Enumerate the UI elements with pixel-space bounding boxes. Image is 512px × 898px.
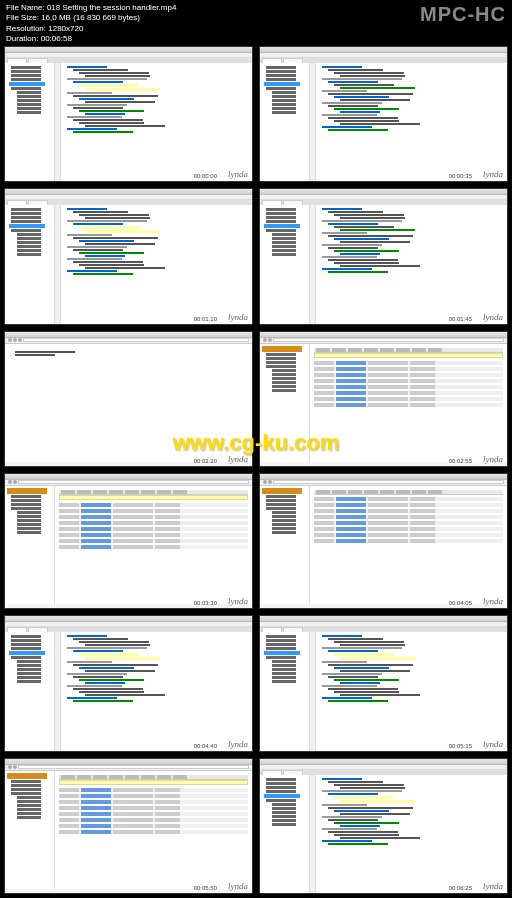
tree-item[interactable] (17, 245, 41, 248)
db-tree-item[interactable] (272, 519, 296, 522)
tree-item[interactable] (272, 249, 296, 252)
table-cell[interactable] (336, 403, 366, 407)
tree-item[interactable] (9, 224, 45, 228)
tree-item[interactable] (266, 208, 296, 211)
table-row[interactable] (314, 385, 503, 389)
table-row[interactable] (59, 545, 248, 549)
tree-item[interactable] (17, 111, 41, 114)
db-tree-item[interactable] (266, 365, 296, 368)
db-tree-item[interactable] (11, 788, 41, 791)
table-row[interactable] (314, 373, 503, 377)
tree-item[interactable] (17, 253, 41, 256)
table-row[interactable] (59, 539, 248, 543)
table-row[interactable] (314, 403, 503, 407)
table-cell[interactable] (81, 818, 111, 822)
pma-tab[interactable] (109, 775, 123, 779)
table-row[interactable] (59, 503, 248, 507)
tree-item[interactable] (266, 643, 296, 646)
tree-item[interactable] (11, 635, 41, 638)
thumbnail[interactable]: 00:02:20lynda (4, 331, 253, 467)
pma-tab[interactable] (109, 490, 123, 494)
db-tree-item[interactable] (11, 792, 41, 795)
table-cell[interactable] (81, 830, 111, 834)
thumbnail[interactable]: 00:01:45lynda (259, 188, 508, 324)
thumbnail[interactable]: 00:00:00lynda (4, 46, 253, 182)
pma-tab[interactable] (157, 490, 171, 494)
db-tree-item[interactable] (272, 531, 296, 534)
pma-sidebar[interactable] (5, 486, 55, 604)
tree-item[interactable] (272, 672, 296, 675)
reload-icon[interactable] (18, 338, 22, 342)
tree-item[interactable] (17, 233, 41, 236)
db-tree-item[interactable] (17, 515, 41, 518)
table-row[interactable] (59, 533, 248, 537)
thumbnail[interactable]: 00:04:05lynda (259, 473, 508, 609)
db-tree-item[interactable] (17, 808, 41, 811)
tree-item[interactable] (272, 237, 296, 240)
table-row[interactable] (314, 533, 503, 537)
db-tree-item[interactable] (17, 800, 41, 803)
db-tree-item[interactable] (11, 784, 41, 787)
code-editor[interactable] (55, 632, 252, 750)
pma-tab[interactable] (77, 775, 91, 779)
table-row[interactable] (59, 788, 248, 792)
pma-tab[interactable] (125, 490, 139, 494)
pma-tabs[interactable] (314, 490, 503, 495)
tree-item[interactable] (11, 70, 41, 73)
pma-tab[interactable] (125, 775, 139, 779)
db-tree-item[interactable] (266, 361, 296, 364)
back-icon[interactable] (8, 765, 12, 769)
pma-tab[interactable] (364, 490, 378, 494)
tree-item[interactable] (266, 74, 296, 77)
pma-tab[interactable] (364, 348, 378, 352)
table-row[interactable] (59, 509, 248, 513)
tree-item[interactable] (272, 111, 296, 114)
tree-item[interactable] (266, 212, 296, 215)
pma-tab[interactable] (396, 490, 410, 494)
tree-item[interactable] (17, 99, 41, 102)
thumbnail[interactable]: 00:00:35lynda (259, 46, 508, 182)
tree-item[interactable] (272, 660, 296, 663)
code-editor[interactable] (55, 63, 252, 181)
tree-item[interactable] (264, 82, 300, 86)
pma-tab[interactable] (348, 348, 362, 352)
table-row[interactable] (314, 539, 503, 543)
pma-tab[interactable] (61, 775, 75, 779)
db-tree-item[interactable] (266, 503, 296, 506)
db-tree-item[interactable] (17, 523, 41, 526)
table-cell[interactable] (336, 539, 366, 543)
table-row[interactable] (314, 521, 503, 525)
table-row[interactable] (314, 361, 503, 365)
db-tree-item[interactable] (272, 381, 296, 384)
table-cell[interactable] (81, 800, 111, 804)
pma-tab[interactable] (141, 490, 155, 494)
tree-item[interactable] (272, 811, 296, 814)
db-tree-item[interactable] (272, 515, 296, 518)
tree-item[interactable] (266, 790, 296, 793)
pma-tab[interactable] (428, 348, 442, 352)
tree-item[interactable] (11, 74, 41, 77)
tree-item[interactable] (266, 66, 296, 69)
file-tree[interactable] (260, 63, 310, 181)
pma-tab[interactable] (316, 490, 330, 494)
db-tree-item[interactable] (266, 357, 296, 360)
db-tree-item[interactable] (272, 511, 296, 514)
db-tree-item[interactable] (17, 519, 41, 522)
thumbnail[interactable]: 00:06:25lynda (259, 758, 508, 894)
forward-icon[interactable] (268, 480, 272, 484)
tree-item[interactable] (272, 676, 296, 679)
tree-item[interactable] (11, 229, 41, 232)
thumbnail[interactable]: 00:01:10lynda (4, 188, 253, 324)
tree-item[interactable] (272, 803, 296, 806)
db-tree-item[interactable] (272, 369, 296, 372)
table-cell[interactable] (336, 385, 366, 389)
table-cell[interactable] (81, 806, 111, 810)
table-row[interactable] (59, 800, 248, 804)
db-tree-item[interactable] (272, 385, 296, 388)
db-tree-item[interactable] (11, 503, 41, 506)
code-editor[interactable] (310, 775, 507, 893)
file-tree[interactable] (260, 632, 310, 750)
tree-item[interactable] (266, 782, 296, 785)
tree-item[interactable] (272, 815, 296, 818)
tree-item[interactable] (17, 237, 41, 240)
